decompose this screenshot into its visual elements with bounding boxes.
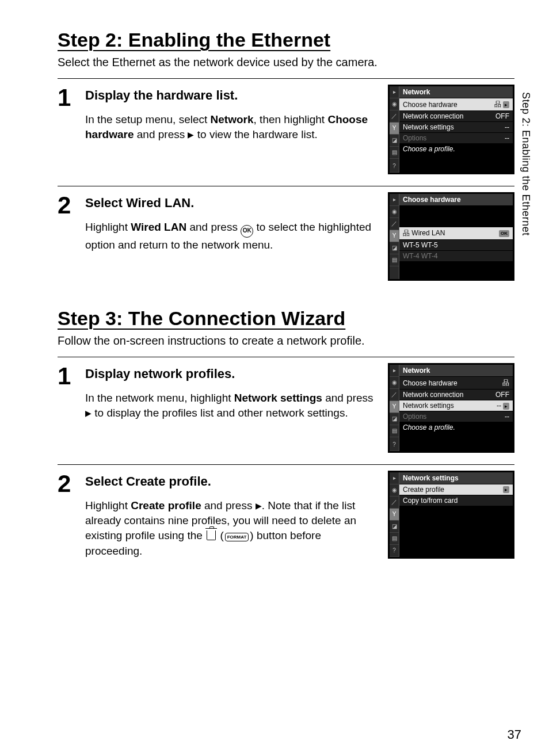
step-number: 2 [58, 471, 85, 496]
cam-title: Network [399, 86, 513, 98]
text-bold: Wired LAN [131, 221, 186, 233]
step-heading: Display network profiles. [85, 366, 379, 381]
text: to view the hardware list. [194, 128, 317, 140]
right-arrow-icon: ▶ [85, 408, 92, 419]
text: and press [322, 392, 373, 404]
right-arrow-icon: ▶ [256, 501, 262, 511]
text: and press [186, 221, 241, 233]
text: and press [201, 499, 256, 511]
cam-sidebar: ▸◉／Y◪▤ [390, 194, 399, 279]
cam-note: Choose a profile. [399, 422, 513, 433]
cam-row: Choose hardware品 [399, 376, 513, 389]
step3-title: Step 3: The Connection Wizard [58, 307, 514, 330]
text-bold: Create profile [131, 499, 201, 511]
cam-row: Choose hardware品▸ [399, 98, 513, 110]
cam-row: Network settings--▸ [399, 400, 513, 411]
side-tab-label: Step 2: Enabling the Ethernet [520, 92, 532, 236]
cam-sidebar: ▸◉／Y◪▤? [390, 86, 399, 173]
cam-sidebar: ▸◉／Y◪▤? [390, 365, 399, 451]
cam-row: 品 Wired LANOK [399, 227, 513, 239]
cam-title: Network settings [399, 472, 513, 484]
format-icon: FORMAT [225, 533, 249, 541]
step-body: In the network menu, highlight Network s… [85, 391, 379, 421]
right-arrow-icon: ▸ [503, 486, 509, 493]
page-number: 37 [508, 727, 521, 742]
step3-intro: Follow the on-screen instructions to cre… [58, 333, 514, 349]
text-bold: Network [211, 113, 254, 125]
ok-button-icon: OK [241, 225, 253, 238]
step2-item-1: 1 Display the hardware list. In the setu… [58, 79, 514, 186]
text: Highlight [85, 221, 131, 233]
text: , then highlight [254, 113, 328, 125]
step2-item-2: 2 Select Wired LAN. Highlight Wired LAN … [58, 186, 514, 292]
step2-title: Step 2: Enabling the Ethernet [58, 29, 514, 51]
step-body: Highlight Create profile and press ▶. No… [85, 498, 379, 559]
right-arrow-icon: ▸ [503, 101, 509, 108]
step-body: Highlight Wired LAN and press OK to sele… [85, 220, 379, 253]
cam-row: WT-5 WT-5 [399, 239, 513, 250]
step-number: 2 [58, 192, 85, 217]
text-bold: Network settings [234, 392, 322, 404]
camera-screenshot: ▸◉／Y◪▤? Network Choose hardware品 Network… [388, 363, 514, 453]
right-arrow-icon: ▸ [503, 403, 509, 410]
step-number: 1 [58, 363, 85, 388]
step-heading: Select Wired LAN. [85, 196, 379, 211]
step-heading: Select Create profile. [85, 474, 379, 489]
cam-row: Network connectionOFF [399, 389, 513, 400]
camera-screenshot: ▸◉／Y◪▤ Choose hardware 品 Wired LANOK WT-… [388, 192, 514, 281]
text: In the network menu, highlight [85, 392, 234, 404]
step2-intro: Select the Ethernet as the network devic… [58, 55, 514, 70]
cam-row: Network settings-- [399, 121, 513, 132]
step3-item-2: 2 Select Create profile. Highlight Creat… [58, 465, 514, 570]
cam-sidebar: ▸◉／Y◪▤? [390, 472, 399, 557]
step-body: In the setup menu, select Network, then … [85, 112, 379, 142]
step-heading: Display the hardware list. [85, 88, 379, 103]
cam-row: Create profile▸ [399, 484, 513, 495]
cam-row: Options-- [399, 132, 513, 143]
trash-icon [207, 530, 216, 540]
cam-title: Network [399, 365, 513, 376]
text: In the setup menu, select [85, 113, 211, 125]
right-arrow-icon: ▶ [188, 129, 194, 140]
camera-screenshot: ▸◉／Y◪▤? Network Choose hardware品▸ Networ… [388, 85, 514, 174]
cam-title: Choose hardware [399, 194, 513, 205]
cam-row: Options-- [399, 411, 513, 422]
ok-icon: OK [499, 230, 509, 237]
cam-row: Network connectionOFF [399, 110, 513, 121]
manual-page: Step 2: Enabling the Ethernet Step 2: En… [0, 0, 549, 756]
cam-row: Copy to/from card [399, 495, 513, 506]
camera-screenshot: ▸◉／Y◪▤? Network settings Create profile▸… [388, 471, 514, 559]
text: Highlight [85, 499, 131, 511]
step-number: 1 [58, 85, 85, 110]
cam-row: WT-4 WT-4 [399, 250, 513, 261]
text: to display the profiles list and other n… [92, 407, 348, 419]
cam-note: Choose a profile. [399, 143, 513, 155]
step3-item-1: 1 Display network profiles. In the netwo… [58, 357, 514, 464]
text: and press [134, 128, 188, 140]
